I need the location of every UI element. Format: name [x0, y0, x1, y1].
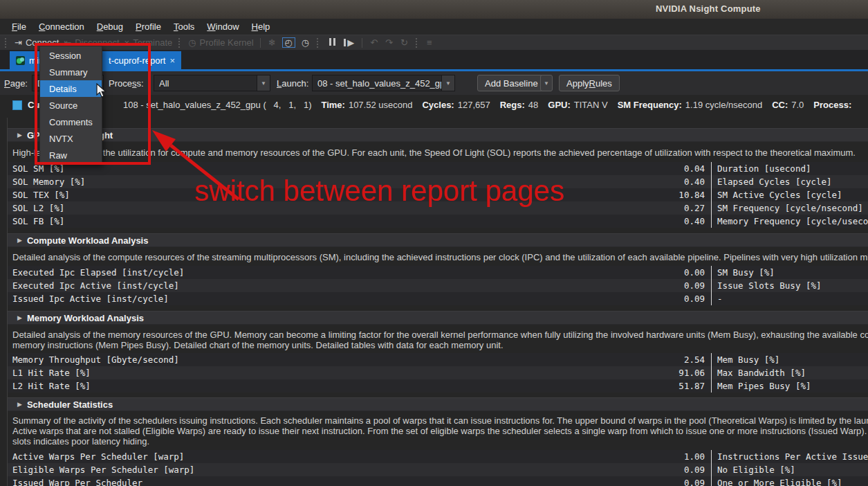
collapse-arrow-icon: ▶: [17, 401, 22, 408]
section-header-memory[interactable]: ▶ Memory Workload Analysis: [8, 311, 868, 325]
metric-row: Issued Ipc Active [inst/cycle] 0.09 -: [8, 292, 868, 305]
window-title: NVIDIA Nsight Compute: [656, 3, 761, 14]
annotation-text: switch between report pages: [194, 174, 564, 208]
tab-close-icon[interactable]: ×: [169, 55, 175, 66]
metric-row: SOL FB [%] 0.40 Memory Frequency [cycle/…: [8, 215, 868, 228]
toolbar-grip[interactable]: [317, 38, 320, 48]
metric-row: L1 Hit Rate [%] 91.06 Max Bandwidth [%]: [8, 366, 868, 379]
menubar-item[interactable]: Tools: [167, 20, 201, 33]
kernel-name: 108 - set_halo_values_z_452_gpu ( 4, 1, …: [123, 100, 311, 110]
step-over-icon: ↷: [384, 37, 394, 48]
menubar-item[interactable]: Debug: [91, 20, 129, 33]
step-out-icon: ↻: [399, 37, 409, 48]
step-in-icon: ↶: [369, 37, 379, 48]
menubar-item[interactable]: Window: [201, 20, 245, 33]
section-title: Memory Workload Analysis: [27, 313, 144, 323]
kernel-stat: CC: 7.0: [772, 100, 804, 110]
app-window: NVIDIA Nsight Compute File Connection De…: [0, 0, 868, 486]
metric-row: Executed Ipc Elapsed [inst/cycle] 0.00 S…: [8, 266, 868, 279]
connect-icon: ⇥: [15, 38, 22, 47]
kernel-stat: Cycles: 127,657: [422, 100, 490, 110]
profile-auto-icon[interactable]: ◴: [282, 37, 295, 48]
launch-select[interactable]: 08 - set_halo_values_z_452_gpu ▼: [312, 75, 455, 91]
freeze-api-icon: ❄: [267, 37, 277, 48]
menubar-item[interactable]: Profile: [129, 20, 167, 33]
toolbar-grip[interactable]: [178, 38, 182, 48]
metric-table-scheduler: Active Warps Per Scheduler [warp] 1.00 I…: [8, 450, 868, 486]
annotation-rectangle: [35, 43, 151, 165]
collapse-arrow-icon: ▶: [17, 132, 22, 138]
toolbar-separator: [260, 38, 261, 48]
launch-label: Launch:: [277, 78, 308, 89]
menubar-item[interactable]: Connection: [33, 20, 91, 33]
kernel-stats: 108 - set_halo_values_z_452_gpu ( 4, 1, …: [123, 100, 855, 110]
chevron-down-icon: ▼: [257, 75, 270, 91]
section-title: Scheduler Statistics: [27, 399, 113, 410]
metric-row: Eligible Warps Per Scheduler [warp] 0.09…: [8, 463, 868, 476]
kernel-stat: GPU: TITAN V: [548, 100, 607, 110]
metric-row: Executed Ipc Active [inst/cycle] 0.09 Is…: [8, 279, 868, 292]
add-baseline-dropdown[interactable]: ▼: [540, 75, 553, 91]
metric-row: Memory Throughput [Gbyte/second] 2.54 Me…: [8, 353, 868, 366]
section-header-scheduler[interactable]: ▶ Scheduler Statistics: [8, 397, 868, 411]
toolbar-grip[interactable]: [416, 38, 419, 48]
section-header-compute[interactable]: ▶ Compute Workload Analysis: [8, 233, 868, 247]
kernel-stat: Process:: [813, 100, 855, 110]
kernel-checkbox[interactable]: [12, 100, 22, 110]
metric-table-compute: Executed Ipc Elapsed [inst/cycle] 0.00 S…: [8, 266, 868, 305]
metric-row: L2 Hit Rate [%] 51.87 Mem Pipes Busy [%]: [8, 379, 868, 393]
toolbar-separator: [362, 38, 362, 48]
kernel-stat-list: Time: 107.52 usecond Cycles: 127,657 Reg…: [321, 100, 855, 110]
menubar-item[interactable]: File: [6, 20, 33, 33]
profile-kernel-button: ◷ Profile Kernel: [188, 37, 253, 48]
profile-kernel-icon: ◷: [188, 38, 196, 47]
page-label: Page:: [4, 78, 28, 89]
collapse-arrow-icon: ▶: [17, 237, 22, 244]
toolbar-grip[interactable]: [5, 38, 8, 48]
section-desc: Detailed analysis of the compute resourc…: [12, 252, 868, 262]
nsight-icon: [16, 56, 25, 65]
add-baseline-button[interactable]: Add Baseline: [477, 75, 546, 91]
resume-icon[interactable]: ▶: [342, 37, 355, 48]
kernel-stat: Regs: 48: [500, 100, 539, 110]
next-trigger-icon: ≡: [425, 37, 434, 48]
menubar-item[interactable]: Help: [246, 20, 277, 33]
kernel-stat: SM Frequency: 1.19 cycle/nsecond: [618, 100, 762, 110]
title-bar: NVIDIA Nsight Compute: [0, 0, 868, 19]
kernel-stat: Time: 107.52 usecond: [321, 100, 412, 110]
chevron-down-icon: ▼: [441, 75, 454, 91]
section-desc: Detailed analysis of the memory resource…: [12, 330, 868, 350]
menu-bar: File Connection Debug Profile Tools Wind…: [0, 19, 868, 35]
pause-icon[interactable]: [326, 37, 338, 48]
metric-table-memory: Memory Throughput [Gbyte/second] 2.54 Me…: [8, 353, 868, 393]
metric-row: Active Warps Per Scheduler [warp] 1.00 I…: [8, 450, 868, 463]
apply-rules-button[interactable]: Apply Rules: [559, 75, 620, 91]
profile-series-icon[interactable]: ◷: [300, 37, 311, 48]
section-desc: Summary of the activity of the scheduler…: [12, 415, 868, 447]
metric-row: Issued Warp Per Scheduler 0.09 One or Mo…: [8, 476, 868, 486]
section-title: Compute Workload Analysis: [27, 235, 149, 246]
collapse-arrow-icon: ▶: [17, 314, 22, 321]
process-select[interactable]: All ▼: [154, 75, 270, 91]
